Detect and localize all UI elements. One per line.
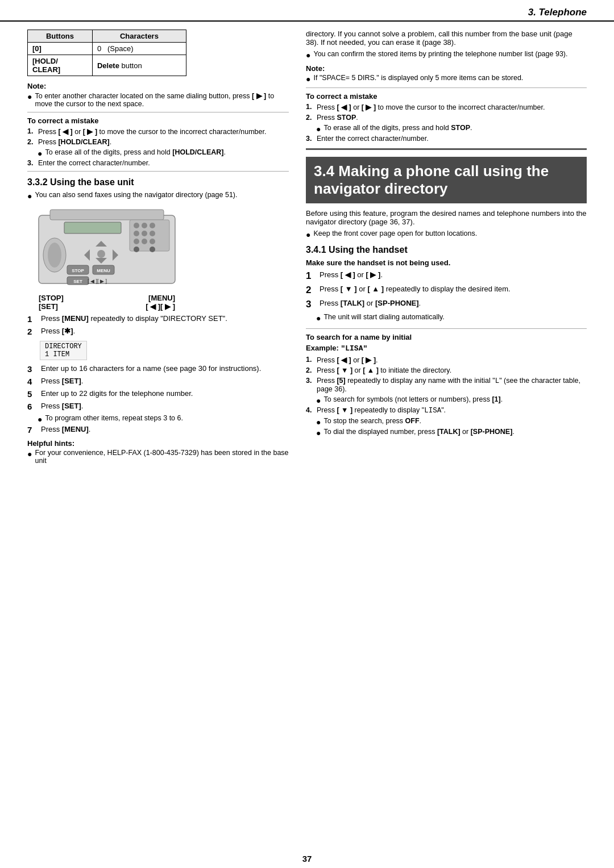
step-item: 2. Press [HOLD/CLEAR]. [27, 138, 289, 146]
note-text: To enter another character located on th… [35, 91, 289, 108]
step-text: Press [SET]. [41, 402, 83, 410]
step-text: Press [MENU]. [41, 425, 90, 433]
device-labels-row2: [SET] [ ◀ ][ ▶ ] [33, 302, 181, 311]
step-num: 3 [27, 364, 38, 374]
search-label: To search for a name by initial [306, 333, 587, 341]
step-num: 1 [306, 270, 316, 282]
svg-rect-2 [64, 222, 121, 233]
table-cell-char2: Delete button [92, 55, 186, 76]
step-num: 1. [306, 103, 314, 111]
page: 3. Telephone Buttons Characters [0] 0 (S… [0, 0, 614, 868]
step-num: 1 [27, 314, 38, 324]
sub-bullet: ● To erase all of the digits, press and … [38, 148, 289, 158]
step-341-2: 2 Press [ ▼ ] or [ ▲ ] repeatedly to dis… [306, 285, 587, 296]
step-text: Enter up to 16 characters for a name (se… [41, 364, 261, 373]
step-text: Press [ ◀ ] or [ ▶ ] to move the cursor … [38, 127, 266, 136]
sub-bullet-r: ● To erase all of the digits, press and … [316, 124, 587, 133]
nav-label: [ ◀ ][ ▶ ] [146, 302, 175, 311]
bullet-icon: ● [316, 418, 321, 427]
step-text: Press [SET]. [41, 377, 83, 385]
bullet-icon: ● [306, 74, 310, 84]
divider-4 [306, 328, 587, 329]
step-text: Press [HOLD/CLEAR]. [38, 138, 111, 146]
lcd-display: DIRECTORY 1 ITEM [40, 339, 289, 362]
divider [27, 112, 289, 112]
step-item: 3. Enter the correct character/number. [27, 159, 289, 167]
section-332-bullet: ● You can also send faxes using the navi… [27, 191, 289, 201]
step-2: 2 Press [✱]. [27, 327, 289, 336]
bullet-icon: ● [38, 149, 42, 158]
divider-2 [306, 87, 587, 88]
step-text: Press [5] repeatedly to display any name… [317, 377, 587, 393]
sub-text: To erase all of the digits, press and ho… [45, 148, 226, 156]
note2-label: Note: [306, 64, 587, 73]
device-labels: [STOP] [MENU] [33, 294, 181, 302]
section-34-intro: Before using this feature, program the d… [306, 209, 587, 226]
step-7: 7 Press [MENU]. [27, 425, 289, 435]
step-1: 1 Press [MENU] repeatedly to display "DI… [27, 314, 289, 324]
svg-point-6 [150, 223, 155, 228]
step-num: 6 [27, 402, 38, 411]
step-text: Press [ ◀ ] or [ ▶ ] to move the cursor … [317, 103, 545, 111]
bullet-icon: ● [306, 51, 310, 60]
search-step-3: 3. Press [5] repeatedly to display any n… [306, 377, 587, 393]
sub-bullet-search4a: ● To stop the search, press OFF. [316, 417, 587, 427]
step-num: 2 [27, 327, 38, 336]
bullet-icon: ● [316, 396, 321, 405]
sub-bullet-6: ● To program other items, repeat steps 3… [38, 414, 289, 424]
divider-3 [306, 148, 587, 150]
right-intro-text: directory. If you cannot solve a problem… [306, 30, 587, 47]
bullet-text: You can also send faxes using the naviga… [35, 191, 237, 199]
step-num: 4 [27, 377, 38, 386]
step-num: 3 [306, 299, 316, 310]
note2-bullet: ● If "SPACE= 5 DIRS." is displayed only … [306, 74, 587, 84]
menu-label: [MENU] [148, 294, 175, 302]
step-num: 2 [306, 285, 316, 296]
bullet-icon: ● [38, 415, 42, 424]
step-num: 3. [27, 159, 35, 167]
table-row: [0] 0 (Space) [28, 43, 186, 55]
step-num: 7 [27, 425, 38, 435]
step-text: Press [TALK] or [SP-PHONE]. [320, 299, 421, 307]
left-column: Buttons Characters [0] 0 (Space) [HOLD/C… [27, 30, 289, 842]
step-6: 6 Press [SET]. [27, 402, 289, 411]
step-5: 5 Enter up to 22 digits for the telephon… [27, 389, 289, 399]
helpful-hints-text: For your convenience, HELP-FAX (1-800-43… [35, 449, 289, 465]
bullet-icon: ● [316, 314, 321, 323]
table-row: [HOLD/CLEAR] Delete button [28, 55, 186, 76]
svg-rect-1 [50, 210, 164, 220]
table-header-chars: Characters [92, 30, 186, 43]
step-text: Press [ ▼ ] repeatedly to display "LISA"… [317, 406, 446, 415]
step-num: 2. [306, 366, 314, 374]
helpful-hints-label: Helpful hints: [27, 439, 289, 448]
sub-text: To erase all of the digits, press and ho… [323, 124, 472, 132]
table-cell-char1: 0 (Space) [92, 43, 186, 55]
step-341-1: 1 Press [ ◀ ] or [ ▶ ]. [306, 270, 587, 282]
sub-text: To stop the search, press OFF. [323, 417, 421, 425]
lcd-text: DIRECTORY 1 ITEM [40, 341, 87, 360]
sub-text: To search for symbols (not letters or nu… [323, 395, 503, 403]
step-num: 3. [306, 377, 314, 385]
svg-text:SET: SET [73, 279, 82, 284]
section-34-bullet: ● Keep the front cover page open for but… [306, 229, 587, 239]
step-text: Press [ ◀ ] or [ ▶ ]. [320, 270, 383, 279]
sub-text: The unit will start dialing automaticall… [323, 313, 444, 321]
svg-point-10 [134, 239, 139, 244]
handset-warning: Make sure the handset is not being used. [306, 258, 587, 267]
step-text: Press [MENU] repeatedly to display "DIRE… [41, 314, 227, 323]
step-3: 3 Enter up to 16 characters for a name (… [27, 364, 289, 374]
right-bullet-1: ● You can confirm the stored items by pr… [306, 50, 587, 60]
bullet-icon: ● [316, 428, 321, 437]
step-4: 4 Press [SET]. [27, 377, 289, 386]
step-num: 1. [306, 356, 314, 364]
svg-point-4 [134, 223, 139, 228]
divider [27, 171, 289, 172]
bullet-text: You can confirm the stored items by prin… [313, 50, 567, 58]
search-step-4: 4. Press [ ▼ ] repeatedly to display "LI… [306, 406, 587, 415]
step-text: Enter the correct character/number. [317, 135, 429, 143]
stop-label: [STOP] [39, 294, 64, 302]
svg-point-14 [150, 247, 155, 252]
step-text: Press STOP. [317, 114, 358, 122]
step-text: Enter up to 22 digits for the telephone … [41, 389, 193, 398]
sub-bullet-341: ● The unit will start dialing automatica… [316, 313, 587, 323]
